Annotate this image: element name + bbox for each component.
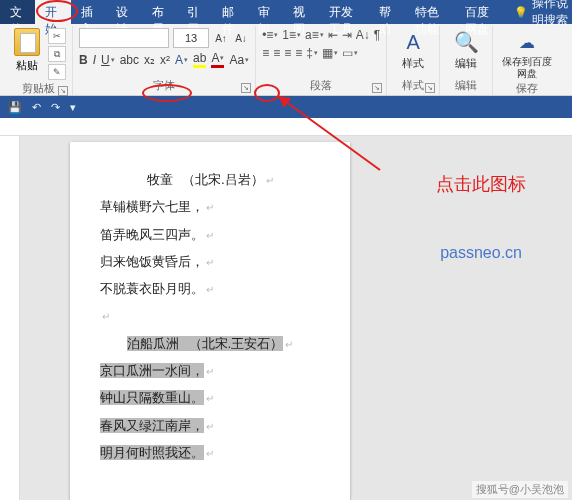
group-label-editing: 编辑 — [446, 77, 486, 95]
poem1-line2: 笛弄晚风三四声。↵ — [100, 221, 320, 248]
watermark-text: passneo.cn — [440, 244, 522, 262]
indent-dec-button[interactable]: ⇤ — [328, 28, 338, 42]
horizontal-ruler[interactable] — [0, 118, 572, 136]
tab-special[interactable]: 特色功能 — [405, 0, 456, 24]
copy-button[interactable]: ⧉ — [48, 46, 66, 62]
strike-button[interactable]: abc — [120, 53, 139, 67]
font-size-combo[interactable]: 13 — [173, 28, 209, 48]
styles-icon: A — [393, 28, 433, 56]
indent-inc-button[interactable]: ⇥ — [342, 28, 352, 42]
cloud-save-icon: ☁ — [499, 28, 555, 56]
tab-review[interactable]: 审阅 — [248, 0, 283, 24]
align-center-button[interactable]: ≡ — [273, 46, 280, 60]
numbering-button[interactable]: 1≡▾ — [282, 28, 301, 42]
styles-dialog-launcher-icon[interactable]: ↘ — [425, 83, 435, 93]
blank-para: ↵ — [100, 302, 320, 329]
styles-button[interactable]: A 样式 — [393, 28, 433, 71]
tab-home[interactable]: 开始 — [35, 0, 70, 24]
qat-undo-icon[interactable]: ↶ — [32, 101, 41, 114]
change-case-button[interactable]: Aa▾ — [229, 53, 249, 67]
quick-access-toolbar: 💾 ↶ ↷ ▾ — [0, 96, 572, 118]
group-label-save: 保存 — [499, 80, 555, 98]
tab-view[interactable]: 视图 — [283, 0, 318, 24]
clipboard-dialog-launcher-icon[interactable]: ↘ — [58, 86, 68, 96]
group-paragraph: •≡▾ 1≡▾ a≡▾ ⇤ ⇥ A↓ ¶ ≡ ≡ ≡ ≡ ‡▾ ▦▾ ▭▾ 段落… — [256, 26, 387, 95]
document-area: 牧童 （北宋.吕岩）↵ 草铺横野六七里，↵ 笛弄晚风三四声。↵ 归来饱饭黄昏后，… — [0, 136, 572, 500]
tab-baidu[interactable]: 百度网盘 — [455, 0, 506, 24]
bold-button[interactable]: B — [79, 53, 88, 67]
vertical-ruler[interactable] — [0, 136, 20, 500]
credit-text: 搜狐号@小吴泡泡 — [472, 481, 568, 498]
bulb-icon: 💡 — [514, 6, 528, 19]
paste-icon — [14, 28, 40, 56]
poem1-line1: 草铺横野六七里，↵ — [100, 193, 320, 220]
font-name-combo[interactable] — [79, 28, 169, 48]
italic-button[interactable]: I — [93, 53, 96, 67]
tab-mailings[interactable]: 邮件 — [212, 0, 247, 24]
poem2-title: 泊船瓜洲 （北宋.王安石）↵ — [100, 330, 320, 357]
justify-button[interactable]: ≡ — [295, 46, 302, 60]
poem2-line3: 春风又绿江南岸，↵ — [100, 412, 320, 439]
highlight-button[interactable]: ab — [193, 51, 206, 68]
menu-bar: 文件 开始 插入 设计 布局 引用 邮件 审阅 视图 开发工具 帮助 特色功能 … — [0, 0, 572, 24]
find-icon: 🔍 — [446, 28, 486, 56]
group-clipboard: 粘贴 ✂ ⧉ ✎ 剪贴板 ↘ — [4, 26, 73, 95]
qat-redo-icon[interactable]: ↷ — [51, 101, 60, 114]
sort-button[interactable]: A↓ — [356, 28, 370, 42]
group-label-paragraph: 段落 ↘ — [262, 77, 380, 95]
group-editing: 🔍 编辑 编辑 — [440, 26, 493, 95]
poem2-line1: 京口瓜洲一水间，↵ — [100, 357, 320, 384]
save-baidu-button[interactable]: ☁ 保存到百度网盘 — [499, 28, 555, 80]
paste-label: 粘贴 — [10, 58, 44, 73]
group-label-font: 字体 ↘ — [79, 77, 249, 95]
poem1-line4: 不脱蓑衣卧月明。↵ — [100, 275, 320, 302]
align-left-button[interactable]: ≡ — [262, 46, 269, 60]
grow-font-button[interactable]: A↑ — [213, 29, 229, 47]
ribbon: 粘贴 ✂ ⧉ ✎ 剪贴板 ↘ 13 A↑ A↓ B I U▾ — [0, 24, 572, 96]
poem2-line4: 明月何时照我还。↵ — [100, 439, 320, 466]
tab-help[interactable]: 帮助 — [369, 0, 404, 24]
underline-button[interactable]: U▾ — [101, 53, 115, 67]
poem1-line3: 归来饱饭黄昏后，↵ — [100, 248, 320, 275]
shrink-font-button[interactable]: A↓ — [233, 29, 249, 47]
group-label-clipboard: 剪贴板 ↘ — [10, 80, 66, 98]
shading-button[interactable]: ▦▾ — [322, 46, 338, 60]
group-save: ☁ 保存到百度网盘 保存 — [493, 26, 561, 95]
align-right-button[interactable]: ≡ — [284, 46, 291, 60]
tab-design[interactable]: 设计 — [106, 0, 141, 24]
font-color-button[interactable]: A▾ — [211, 51, 224, 68]
qat-save-icon[interactable]: 💾 — [8, 101, 22, 114]
multilevel-button[interactable]: a≡▾ — [305, 28, 324, 42]
qat-customize-icon[interactable]: ▾ — [70, 101, 76, 114]
tab-file[interactable]: 文件 — [0, 0, 35, 24]
tab-devtools[interactable]: 开发工具 — [319, 0, 370, 24]
cut-button[interactable]: ✂ — [48, 28, 66, 44]
font-dialog-launcher-icon[interactable]: ↘ — [241, 83, 251, 93]
editing-button[interactable]: 🔍 编辑 — [446, 28, 486, 71]
text-effects-button[interactable]: A▾ — [175, 53, 188, 67]
subscript-button[interactable]: x₂ — [144, 53, 155, 67]
tab-references[interactable]: 引用 — [177, 0, 212, 24]
group-font: 13 A↑ A↓ B I U▾ abc x₂ x² A▾ ab A▾ Aa▾ 字… — [73, 26, 256, 95]
paragraph-dialog-launcher-icon[interactable]: ↘ — [372, 83, 382, 93]
group-styles: A 样式 样式 ↘ — [387, 26, 440, 95]
tab-layout[interactable]: 布局 — [142, 0, 177, 24]
poem2-line2: 钟山只隔数重山。↵ — [100, 384, 320, 411]
superscript-button[interactable]: x² — [160, 53, 170, 67]
show-marks-button[interactable]: ¶ — [374, 28, 380, 42]
document-page[interactable]: 牧童 （北宋.吕岩）↵ 草铺横野六七里，↵ 笛弄晚风三四声。↵ 归来饱饭黄昏后，… — [70, 142, 350, 500]
bullets-button[interactable]: •≡▾ — [262, 28, 278, 42]
tell-me-search[interactable]: 💡 操作说明搜索 — [514, 0, 572, 24]
group-label-styles: 样式 ↘ — [393, 77, 433, 95]
paste-button[interactable]: 粘贴 — [10, 28, 44, 80]
tell-me-label: 操作说明搜索 — [532, 0, 572, 29]
line-spacing-button[interactable]: ‡▾ — [306, 46, 318, 60]
borders-button[interactable]: ▭▾ — [342, 46, 358, 60]
format-painter-button[interactable]: ✎ — [48, 64, 66, 80]
callout-text: 点击此图标 — [436, 172, 526, 196]
tab-insert[interactable]: 插入 — [71, 0, 106, 24]
poem1-title: 牧童 （北宋.吕岩）↵ — [100, 166, 320, 193]
